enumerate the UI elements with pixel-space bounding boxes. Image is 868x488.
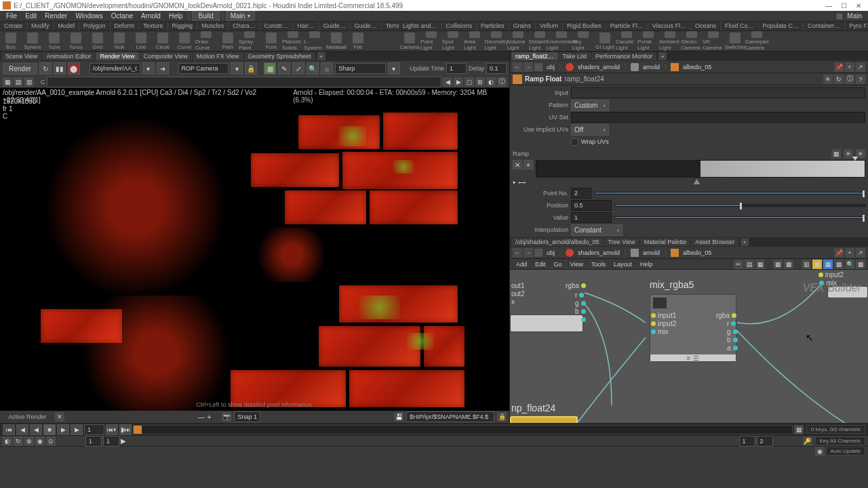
pattern-dropdown[interactable]: Custom bbox=[571, 100, 609, 111]
shelf-tab-11[interactable]: Guide… bbox=[319, 22, 351, 30]
implicit-dropdown[interactable]: Off bbox=[571, 124, 609, 136]
shelf-tab-9[interactable]: Constr… bbox=[260, 22, 294, 30]
end-frame2[interactable] bbox=[757, 436, 773, 447]
port-x[interactable]: x bbox=[511, 298, 515, 306]
right-desktop[interactable]: Main bbox=[844, 12, 865, 20]
net-tool-6[interactable]: ▥ bbox=[802, 260, 811, 269]
shelf-tool-platonic-solids[interactable]: Platonic Solids bbox=[282, 31, 304, 51]
shelf-tool-line[interactable]: Line bbox=[130, 31, 152, 51]
shelf-tab-3[interactable]: Polygon bbox=[79, 22, 111, 30]
port-out1[interactable]: out1 bbox=[511, 282, 524, 289]
mode-dropdown-icon[interactable]: ▾ bbox=[388, 62, 400, 75]
port-rgba-left[interactable]: rgba bbox=[566, 282, 586, 289]
snap-icon[interactable]: 📷 bbox=[222, 412, 231, 422]
channel-field[interactable] bbox=[47, 77, 442, 87]
shelf-tool-circle[interactable]: Circle bbox=[152, 31, 174, 51]
net-expand-icon[interactable]: ↗ bbox=[856, 248, 865, 258]
prev-key-button[interactable]: ⏮▮ bbox=[106, 424, 118, 435]
floppy-icon[interactable]: 💾 bbox=[394, 412, 403, 422]
shelf-tool-file[interactable]: File bbox=[347, 31, 369, 51]
desktop-dropdown[interactable]: Main bbox=[226, 11, 256, 21]
update-mode-icon[interactable]: ◉ bbox=[815, 447, 825, 456]
shelf-tool-stereo-camera[interactable]: Stereo Camera bbox=[681, 31, 703, 51]
add-pane-tab[interactable]: + bbox=[317, 52, 326, 60]
node-name-label[interactable]: ramp_float24 bbox=[564, 75, 604, 83]
lock-save-icon[interactable]: 🔒 bbox=[497, 412, 507, 422]
bb-icon-2[interactable]: ↻ bbox=[14, 436, 23, 446]
shelf-tab-2[interactable]: Model bbox=[54, 22, 80, 30]
network-tab-0[interactable]: /obj/shaders_arnold/albedo_05 bbox=[511, 238, 604, 246]
expand-icon[interactable]: ↗ bbox=[856, 62, 865, 72]
net-crumb-obj[interactable]: obj bbox=[544, 249, 557, 257]
info2-icon[interactable]: ⓘ bbox=[845, 75, 854, 84]
shelf-tool-box[interactable]: Box bbox=[0, 31, 22, 51]
net-back-icon[interactable]: ← bbox=[513, 248, 522, 258]
render-path[interactable] bbox=[90, 63, 140, 74]
shelf-tab-10[interactable]: Populate C… bbox=[759, 22, 804, 30]
net-pin-icon[interactable]: 📌 bbox=[834, 248, 844, 258]
shelf-tool-font[interactable]: Font bbox=[260, 31, 282, 51]
play-button[interactable]: ▶ bbox=[57, 424, 69, 435]
brush-icon[interactable]: ✎ bbox=[278, 62, 290, 75]
ramp-delete-button[interactable]: ✕ bbox=[513, 160, 522, 169]
shelf-tool-tube[interactable]: Tube bbox=[43, 31, 65, 51]
ramp-position-track[interactable] bbox=[528, 179, 865, 186]
shelf-tab-5[interactable]: Rigid Bodies bbox=[563, 22, 606, 30]
home-crumb-icon[interactable] bbox=[534, 63, 542, 71]
menu-arnold[interactable]: Arnold bbox=[138, 12, 164, 20]
right-input2[interactable]: input2 bbox=[818, 271, 844, 279]
menu-octane[interactable]: Octane bbox=[108, 12, 136, 20]
ch-icon-4[interactable]: ⊞ bbox=[475, 77, 485, 87]
shelf-tool-gamepad-camera[interactable]: Gamepad Camera bbox=[746, 31, 768, 51]
menu-windows[interactable]: Windows bbox=[72, 12, 106, 20]
pointno-field[interactable] bbox=[571, 188, 591, 199]
end-frame1[interactable] bbox=[739, 436, 755, 447]
net-tool-7[interactable]: ▦ bbox=[812, 260, 822, 269]
view-icon-3[interactable]: ▥ bbox=[24, 77, 34, 87]
add-right-pane-tab[interactable]: + bbox=[658, 52, 667, 60]
timeline-track[interactable] bbox=[133, 425, 793, 434]
shelf-tool-camera[interactable]: Camera bbox=[399, 31, 420, 51]
shelf-tool-switcher[interactable]: Switcher bbox=[724, 31, 746, 51]
shelf-tool-environment-light[interactable]: Environment Light bbox=[551, 31, 572, 51]
bb-icon-1[interactable]: ◐ bbox=[3, 436, 12, 446]
shelf-tool-sky-light[interactable]: Sky Light bbox=[572, 31, 594, 51]
bb-icon-4[interactable]: ◉ bbox=[35, 436, 45, 446]
ramp-gradient[interactable] bbox=[536, 160, 865, 178]
shelf-tab-10[interactable]: Hair… bbox=[293, 22, 319, 30]
bb-icon-3[interactable]: ⊕ bbox=[24, 436, 34, 446]
play-back-button[interactable]: ◀ bbox=[30, 424, 42, 435]
stop-icon[interactable]: ⬤ bbox=[68, 62, 80, 75]
shelf-tab-12[interactable]: Pyro FX bbox=[845, 22, 868, 30]
shelf-tool-volume-light[interactable]: Volume Light bbox=[507, 31, 529, 51]
input-field[interactable] bbox=[571, 87, 865, 98]
interp-dropdown[interactable]: Constant bbox=[571, 224, 623, 236]
value-slider[interactable] bbox=[614, 216, 865, 219]
shelf-tool-caustic-light[interactable]: Caustic Light bbox=[616, 31, 637, 51]
node-left[interactable] bbox=[510, 314, 583, 332]
net-tool-9[interactable]: ▦ bbox=[834, 260, 844, 269]
close-render-icon[interactable]: ✕ bbox=[55, 412, 64, 422]
port-a[interactable]: a bbox=[575, 316, 586, 323]
shelf-tab-5[interactable]: Texture bbox=[139, 22, 168, 30]
shelf-tool-grid[interactable]: Grid bbox=[87, 31, 108, 51]
net-fwd-icon[interactable]: → bbox=[524, 248, 533, 258]
right-pane-tab-0[interactable]: ramp_float2… bbox=[511, 52, 558, 60]
port-r[interactable]: r bbox=[575, 291, 584, 299]
port-b[interactable]: b bbox=[575, 308, 586, 315]
shelf-tool-spray-paint[interactable]: Spray Paint bbox=[239, 31, 260, 51]
net-menu-go[interactable]: Go bbox=[551, 261, 566, 268]
shelf-tab-8[interactable]: Oceans bbox=[691, 22, 721, 30]
mode-field[interactable] bbox=[335, 63, 386, 74]
net-tool-5[interactable]: ▦ bbox=[784, 260, 793, 269]
reload-icon[interactable]: ↻ bbox=[834, 75, 844, 84]
snap-field[interactable]: Snap 1 bbox=[234, 411, 260, 422]
dropdown-icon[interactable]: ▾ bbox=[142, 62, 155, 75]
mix-a-out[interactable]: a bbox=[727, 344, 738, 352]
net-tool-3[interactable]: ▦ bbox=[755, 260, 765, 269]
close-button[interactable]: ✕ bbox=[852, 1, 865, 10]
ch-icon-2[interactable]: ▶ bbox=[454, 77, 463, 87]
cam-dropdown-icon[interactable]: ▾ bbox=[231, 62, 243, 75]
mix-g-out[interactable]: g bbox=[727, 328, 738, 336]
help-icon[interactable]: ? bbox=[856, 75, 865, 84]
